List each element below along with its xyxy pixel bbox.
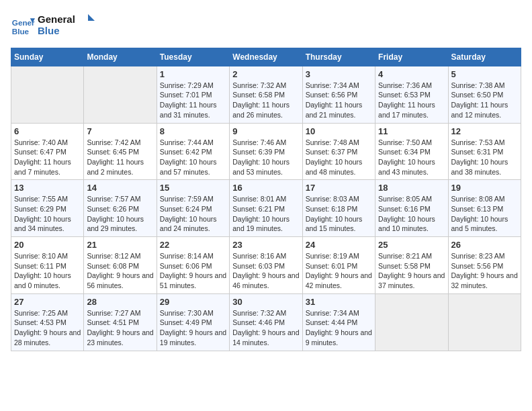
day-info: Sunrise: 7:42 AM Sunset: 6:45 PM Dayligh…: [87, 138, 153, 177]
calendar-cell: 22Sunrise: 8:14 AM Sunset: 6:06 PM Dayli…: [157, 237, 229, 294]
day-info: Sunrise: 7:32 AM Sunset: 6:58 PM Dayligh…: [232, 81, 299, 120]
day-number: 10: [306, 126, 372, 136]
calendar-cell: 26Sunrise: 8:23 AM Sunset: 5:56 PM Dayli…: [448, 237, 521, 294]
day-number: 16: [232, 183, 299, 193]
day-info: Sunrise: 7:50 AM Sunset: 6:34 PM Dayligh…: [378, 138, 445, 177]
day-info: Sunrise: 8:12 AM Sunset: 6:08 PM Dayligh…: [87, 251, 153, 291]
day-number: 20: [14, 240, 81, 250]
calendar-cell: 5Sunrise: 7:38 AM Sunset: 6:50 PM Daylig…: [448, 66, 521, 123]
day-number: 28: [87, 297, 153, 307]
calendar-cell: 19Sunrise: 8:08 AM Sunset: 6:13 PM Dayli…: [448, 180, 521, 237]
day-number: 26: [451, 240, 518, 250]
calendar-cell: 4Sunrise: 7:36 AM Sunset: 6:53 PM Daylig…: [375, 66, 448, 123]
day-info: Sunrise: 8:21 AM Sunset: 5:58 PM Dayligh…: [378, 251, 445, 291]
weekday-header-sunday: Sunday: [11, 48, 84, 66]
calendar-week-4: 20Sunrise: 8:10 AM Sunset: 6:11 PM Dayli…: [11, 237, 521, 294]
day-info: Sunrise: 7:34 AM Sunset: 6:56 PM Dayligh…: [306, 81, 372, 120]
logo-icon: General Blue: [11, 13, 35, 38]
day-info: Sunrise: 7:32 AM Sunset: 4:46 PM Dayligh…: [232, 308, 299, 348]
day-number: 3: [306, 69, 372, 79]
calendar-cell: 24Sunrise: 8:19 AM Sunset: 6:01 PM Dayli…: [302, 237, 375, 294]
weekday-header-saturday: Saturday: [448, 48, 521, 66]
calendar-cell: [375, 293, 448, 351]
calendar-cell: 27Sunrise: 7:25 AM Sunset: 4:53 PM Dayli…: [11, 293, 84, 351]
day-info: Sunrise: 7:55 AM Sunset: 6:29 PM Dayligh…: [14, 194, 81, 234]
calendar-cell: [84, 66, 157, 123]
calendar-cell: 2Sunrise: 7:32 AM Sunset: 6:58 PM Daylig…: [230, 66, 302, 123]
day-number: 12: [451, 126, 518, 136]
day-info: Sunrise: 7:59 AM Sunset: 6:24 PM Dayligh…: [160, 194, 226, 234]
day-number: 25: [378, 240, 445, 250]
day-number: 22: [160, 240, 226, 250]
calendar-cell: 14Sunrise: 7:57 AM Sunset: 6:26 PM Dayli…: [84, 180, 157, 237]
weekday-header-thursday: Thursday: [302, 48, 375, 66]
day-info: Sunrise: 8:03 AM Sunset: 6:18 PM Dayligh…: [306, 194, 372, 234]
day-info: Sunrise: 7:46 AM Sunset: 6:39 PM Dayligh…: [232, 138, 299, 177]
day-info: Sunrise: 7:34 AM Sunset: 4:44 PM Dayligh…: [306, 308, 372, 348]
day-number: 24: [306, 240, 372, 250]
day-info: Sunrise: 7:38 AM Sunset: 6:50 PM Dayligh…: [451, 81, 518, 120]
calendar-cell: 6Sunrise: 7:40 AM Sunset: 6:47 PM Daylig…: [11, 123, 84, 180]
svg-text:Blue: Blue: [12, 27, 30, 36]
day-number: 4: [378, 69, 445, 79]
calendar-cell: [448, 293, 521, 351]
day-info: Sunrise: 7:48 AM Sunset: 6:37 PM Dayligh…: [306, 138, 372, 177]
day-number: 11: [378, 126, 445, 136]
day-info: Sunrise: 7:53 AM Sunset: 6:31 PM Dayligh…: [451, 138, 518, 177]
calendar-cell: 28Sunrise: 7:27 AM Sunset: 4:51 PM Dayli…: [84, 293, 157, 351]
day-number: 6: [14, 126, 81, 136]
day-info: Sunrise: 8:01 AM Sunset: 6:21 PM Dayligh…: [232, 194, 299, 234]
svg-text:Blue: Blue: [38, 25, 60, 36]
day-info: Sunrise: 7:29 AM Sunset: 7:01 PM Dayligh…: [160, 81, 226, 120]
calendar-cell: 3Sunrise: 7:34 AM Sunset: 6:56 PM Daylig…: [302, 66, 375, 123]
page-header: General Blue General Blue: [11, 11, 521, 41]
calendar-table: SundayMondayTuesdayWednesdayThursdayFrid…: [11, 48, 521, 351]
day-number: 14: [87, 183, 153, 193]
calendar-cell: 29Sunrise: 7:30 AM Sunset: 4:49 PM Dayli…: [157, 293, 229, 351]
calendar-cell: 12Sunrise: 7:53 AM Sunset: 6:31 PM Dayli…: [448, 123, 521, 180]
weekday-header-monday: Monday: [84, 48, 157, 66]
day-info: Sunrise: 8:23 AM Sunset: 5:56 PM Dayligh…: [451, 251, 518, 291]
calendar-cell: 16Sunrise: 8:01 AM Sunset: 6:21 PM Dayli…: [230, 180, 302, 237]
day-number: 23: [232, 240, 299, 250]
day-number: 21: [87, 240, 153, 250]
calendar-cell: 15Sunrise: 7:59 AM Sunset: 6:24 PM Dayli…: [157, 180, 229, 237]
calendar-cell: 30Sunrise: 7:32 AM Sunset: 4:46 PM Dayli…: [230, 293, 302, 351]
day-info: Sunrise: 7:25 AM Sunset: 4:53 PM Dayligh…: [14, 308, 81, 348]
day-info: Sunrise: 7:57 AM Sunset: 6:26 PM Dayligh…: [87, 194, 153, 234]
day-info: Sunrise: 7:36 AM Sunset: 6:53 PM Dayligh…: [378, 81, 445, 120]
day-number: 5: [451, 69, 518, 79]
day-number: 1: [160, 69, 226, 79]
weekday-header-wednesday: Wednesday: [230, 48, 302, 66]
calendar-week-3: 13Sunrise: 7:55 AM Sunset: 6:29 PM Dayli…: [11, 180, 521, 237]
day-number: 2: [232, 69, 299, 79]
calendar-cell: 13Sunrise: 7:55 AM Sunset: 6:29 PM Dayli…: [11, 180, 84, 237]
calendar-cell: 7Sunrise: 7:42 AM Sunset: 6:45 PM Daylig…: [84, 123, 157, 180]
calendar-cell: 21Sunrise: 8:12 AM Sunset: 6:08 PM Dayli…: [84, 237, 157, 294]
day-number: 13: [14, 183, 81, 193]
day-info: Sunrise: 8:14 AM Sunset: 6:06 PM Dayligh…: [160, 251, 226, 291]
calendar-cell: 20Sunrise: 8:10 AM Sunset: 6:11 PM Dayli…: [11, 237, 84, 294]
calendar-cell: 17Sunrise: 8:03 AM Sunset: 6:18 PM Dayli…: [302, 180, 375, 237]
day-number: 19: [451, 183, 518, 193]
calendar-week-5: 27Sunrise: 7:25 AM Sunset: 4:53 PM Dayli…: [11, 293, 521, 351]
calendar-cell: 1Sunrise: 7:29 AM Sunset: 7:01 PM Daylig…: [157, 66, 229, 123]
day-info: Sunrise: 7:44 AM Sunset: 6:42 PM Dayligh…: [160, 138, 226, 177]
day-number: 15: [160, 183, 226, 193]
day-info: Sunrise: 8:16 AM Sunset: 6:03 PM Dayligh…: [232, 251, 299, 291]
calendar-cell: 9Sunrise: 7:46 AM Sunset: 6:39 PM Daylig…: [230, 123, 302, 180]
day-number: 8: [160, 126, 226, 136]
day-number: 29: [160, 297, 226, 307]
logo: General Blue General Blue: [11, 11, 98, 41]
weekday-header-tuesday: Tuesday: [157, 48, 229, 66]
calendar-body: 1Sunrise: 7:29 AM Sunset: 7:01 PM Daylig…: [11, 66, 521, 351]
calendar-cell: 8Sunrise: 7:44 AM Sunset: 6:42 PM Daylig…: [157, 123, 229, 180]
calendar-cell: 10Sunrise: 7:48 AM Sunset: 6:37 PM Dayli…: [302, 123, 375, 180]
svg-text:General: General: [38, 13, 75, 25]
day-info: Sunrise: 7:30 AM Sunset: 4:49 PM Dayligh…: [160, 308, 226, 348]
weekday-header-friday: Friday: [375, 48, 448, 66]
calendar-cell: 25Sunrise: 8:21 AM Sunset: 5:58 PM Dayli…: [375, 237, 448, 294]
day-number: 18: [378, 183, 445, 193]
day-number: 7: [87, 126, 153, 136]
day-number: 9: [232, 126, 299, 136]
